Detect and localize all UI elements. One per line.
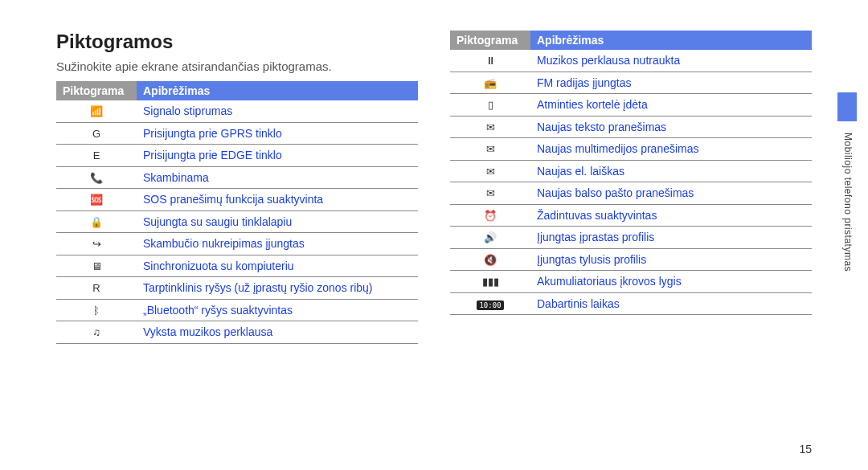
roaming-icon: R [88,282,105,295]
new-voicemail-icon: ✉ [481,187,499,200]
icon-cell: G [56,122,137,145]
icon-cell: 🔇 [450,248,530,271]
icon-cell: 🖥 [56,255,137,277]
table-row: 🔊Įjungtas įprastas profilis [450,227,812,249]
table-row: ↪Skambučio nukreipimas įjungtas [56,233,418,255]
header-definition: Apibrėžimas [530,31,812,50]
definition-cell: Naujas balso pašto pranešimas [530,182,812,205]
header-icon: Piktograma [450,31,530,50]
definition-cell: Įjungtas įprastas profilis [530,227,812,249]
definition-cell: Skambučio nukreipimas įjungtas [137,233,418,255]
icon-cell: 10:00 [450,292,530,314]
table-row: 🔇Įjungtas tylusis profilis [450,248,812,271]
right-column: Piktograma Apibrėžimas ⏸Muzikos perklaus… [450,31,812,344]
table-row: 10:00Dabartinis laikas [450,292,812,314]
new-email-icon: ✉ [481,165,499,178]
definition-cell: Sujungta su saugiu tinklalapiu [137,210,418,233]
page-title: Piktogramos [56,31,418,53]
table-row: ▮▮▮Akumuliatoriaus įkrovos lygis [450,271,812,293]
normal-profile-icon: 🔊 [481,231,499,244]
alarm-icon: ⏰ [481,209,499,222]
new-mms-icon: ✉ [481,143,499,156]
table-row: ⏸Muzikos perklausa nutraukta [450,50,812,72]
table-row: 🆘SOS pranešimų funkcija suaktyvinta [56,189,418,211]
edge-icon: E [88,149,105,162]
icon-cell: ↪ [56,233,137,255]
icon-cell: ▯ [450,94,530,116]
icon-cell: 🔒 [56,210,137,233]
table-row: ▯Atminties kortelė įdėta [450,94,812,116]
definition-cell: Sinchronizuota su kompiuteriu [137,255,418,277]
definition-cell: „Bluetooth“ ryšys suaktyvintas [137,299,418,321]
silent-profile-icon: 🔇 [481,253,499,266]
icon-table-right: Piktograma Apibrėžimas ⏸Muzikos perklaus… [450,31,812,315]
table-row: 📶Signalo stiprumas [56,100,418,122]
icon-cell: 📶 [56,100,137,122]
table-row: ✉Naujas balso pašto pranešimas [450,182,812,205]
icon-cell: 📞 [56,166,137,189]
memory-card-icon: ▯ [481,99,499,112]
icon-cell: 📻 [450,72,530,94]
table-row: GPrisijungta prie GPRS tinklo [56,122,418,145]
icon-cell: ⏸ [450,50,530,72]
table-row: ✉Naujas multimedijos pranešimas [450,138,812,161]
icon-cell: 🆘 [56,189,137,211]
side-tab-marker [837,92,857,121]
left-column: Piktogramos Sužinokite apie ekrane atsir… [56,31,418,344]
table-row: ᛒ„Bluetooth“ ryšys suaktyvintas [56,299,418,321]
definition-cell: Atminties kortelė įdėta [530,94,812,116]
definition-cell: Naujas el. laiškas [530,160,812,182]
icon-cell: ✉ [450,160,530,182]
call-forward-icon: ↪ [88,238,105,251]
fm-radio-icon: 📻 [481,76,499,89]
music-pause-icon: ⏸ [481,55,499,67]
page-number: 15 [799,443,812,456]
header-icon: Piktograma [56,81,137,100]
definition-cell: Tarptinklinis ryšys (už įprastų ryšio zo… [137,277,418,300]
icon-cell: ✉ [450,116,530,138]
table-row: 🖥Sinchronizuota su kompiuteriu [56,255,418,277]
intro-text: Sužinokite apie ekrane atsirandančias pi… [56,59,418,73]
definition-cell: Dabartinis laikas [530,292,812,314]
gprs-icon: G [88,127,105,140]
pc-sync-icon: 🖥 [88,260,105,272]
definition-cell: Skambinama [137,166,418,189]
icon-cell: ▮▮▮ [450,271,530,293]
icon-cell: 🔊 [450,227,530,249]
icon-cell: ⏰ [450,204,530,227]
definition-cell: Žadintuvas suaktyvintas [530,204,812,227]
icon-cell: R [56,277,137,300]
header-definition: Apibrėžimas [137,81,418,100]
music-play-icon: ♫ [88,326,105,339]
clock-icon: 10:00 [477,300,503,310]
icon-cell: ✉ [450,138,530,161]
icon-cell: E [56,145,137,167]
table-row: 🔒Sujungta su saugiu tinklalapiu [56,210,418,233]
table-row: ✉Naujas el. laiškas [450,160,812,182]
definition-cell: Prisijungta prie EDGE tinklo [137,145,418,167]
page-content: Piktogramos Sužinokite apie ekrane atsir… [0,0,868,360]
sos-icon: 🆘 [88,194,105,206]
battery-icon: ▮▮▮ [481,276,499,288]
table-row: 📞Skambinama [56,166,418,189]
definition-cell: Naujas teksto pranešimas [530,116,812,138]
table-row: ✉Naujas teksto pranešimas [450,116,812,138]
table-row: EPrisijungta prie EDGE tinklo [56,145,418,167]
definition-cell: Naujas multimedijos pranešimas [530,138,812,161]
icon-cell: ♫ [56,321,137,344]
table-row: RTarptinklinis ryšys (už įprastų ryšio z… [56,277,418,300]
icon-cell: ✉ [450,182,530,205]
new-text-icon: ✉ [481,121,499,133]
table-row: ⏰Žadintuvas suaktyvintas [450,204,812,227]
definition-cell: Signalo stiprumas [137,100,418,122]
definition-cell: FM radijas įjungtas [530,72,812,94]
call-icon: 📞 [88,171,105,184]
definition-cell: Muzikos perklausa nutraukta [530,50,812,72]
side-section-label: Mobiliojo telefono pristatymas [842,133,854,272]
icon-cell: ᛒ [56,299,137,321]
table-row: ♫Vyksta muzikos perklausa [56,321,418,344]
bluetooth-icon: ᛒ [88,304,105,317]
secure-web-icon: 🔒 [88,215,105,228]
definition-cell: SOS pranešimų funkcija suaktyvinta [137,189,418,211]
table-row: 📻FM radijas įjungtas [450,72,812,94]
